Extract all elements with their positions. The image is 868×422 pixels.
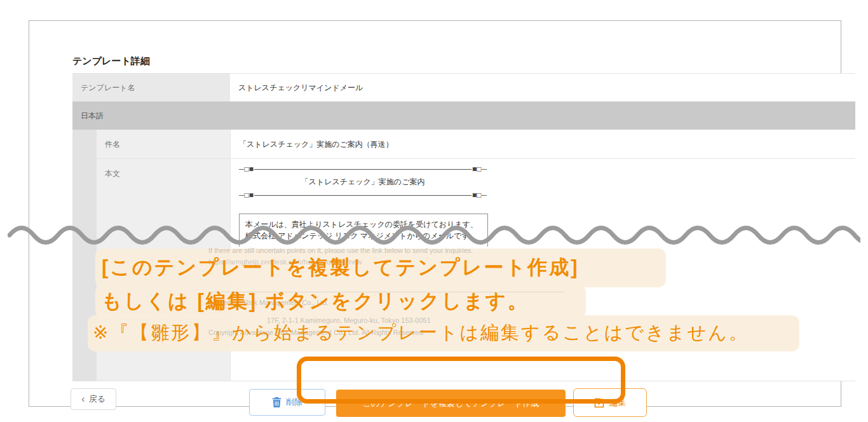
back-button-label: 戻る	[89, 393, 105, 405]
trash-icon	[272, 397, 281, 407]
edit-pencil-icon	[594, 397, 605, 408]
page-title: テンプレート詳細	[72, 55, 150, 67]
subject-label: 件名	[97, 130, 230, 159]
template-detail-page: テンプレート詳細 テンプレート名 ストレスチェックリマインドメール 日本語 件名…	[0, 0, 868, 422]
deco-line-top: ─□■ ■□─	[239, 164, 487, 174]
mail-title: 「ストレスチェック」実施のご案内	[239, 174, 487, 190]
template-name-value: ストレスチェックリマインドメール	[230, 74, 855, 102]
subject-value: 「ストレスチェック」実施のご案内（再送）	[230, 130, 855, 159]
template-name-label: テンプレート名	[72, 74, 230, 102]
deco-line-bottom: ─□■ ■□─	[239, 190, 487, 200]
duplicate-template-button[interactable]: このテンプレートを複製してテンプレート作成	[336, 390, 566, 417]
edit-button[interactable]: 編集	[573, 388, 647, 417]
chevron-left-icon: ‹	[81, 393, 85, 404]
instruction-line1: [このテンプレートを複製してテンプレート作成]	[102, 257, 580, 277]
language-section-bar: 日本語	[72, 102, 855, 130]
table-row-template-name: テンプレート名 ストレスチェックリマインドメール	[72, 74, 855, 102]
faded-mail-en-line: If there are still uncertain points on i…	[208, 247, 473, 254]
edit-button-label: 編集	[609, 397, 626, 409]
delete-button[interactable]: 削除	[249, 389, 325, 416]
table-row-subject: 件名 「ストレスチェック」実施のご案内（再送）	[97, 130, 855, 159]
instruction-note: ※『【雛形】』から始まるテンプレートは編集することはできません。	[93, 323, 749, 342]
mail-header-decoration: ─□■ ■□─ 「ストレスチェック」実施のご案内 ─□■ ■□─	[239, 164, 487, 200]
delete-button-label: 削除	[286, 397, 302, 408]
back-button[interactable]: ‹ 戻る	[71, 388, 116, 410]
instruction-line2: もしくは [編集] ボタンをクリックします。	[102, 291, 529, 311]
